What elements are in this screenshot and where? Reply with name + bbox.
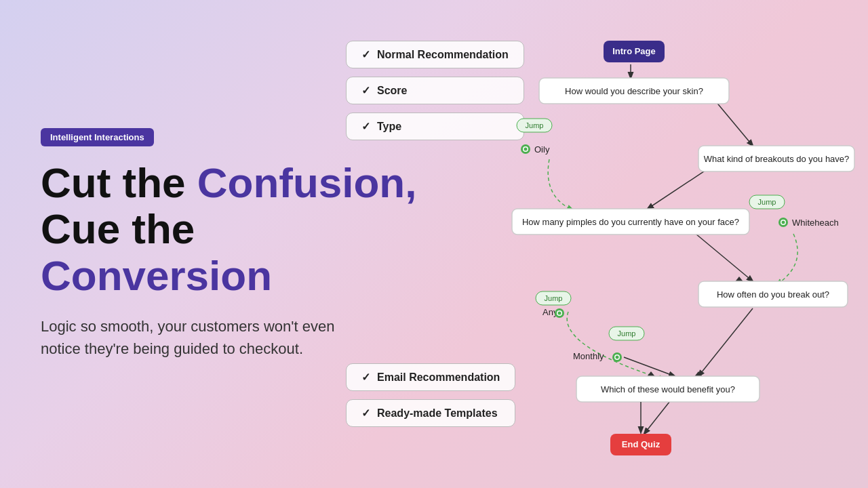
svg-point-24 [558,312,561,315]
monthly-label: Monthly [573,351,604,361]
check-icon: ✓ [361,48,370,61]
intro-page-node: Intro Page [612,46,656,56]
feature-label: Score [377,85,407,97]
q5-node: Which of these would benefit you? [601,384,735,394]
check-icon: ✓ [361,407,370,420]
svg-point-17 [782,221,785,224]
check-icon: ✓ [361,84,370,97]
jump2-tag: Jump [758,198,776,206]
oily-option: Oily [534,144,550,155]
q4-node: How often do you break out? [717,289,829,300]
flowchart: Intro Page How would you describe your s… [407,0,868,488]
jump3-tag: Jump [545,294,563,302]
heading-line2: Cue the Conversion [41,205,272,298]
badge: Intelligent Interactions [41,128,154,146]
main-heading: Cut the Confusion, Cue the Conversion [41,160,420,299]
heading-line1: Cut the Confusion, [41,159,416,206]
jump4-tag: Jump [618,329,636,338]
q2-node: What kind of breakouts do you have? [704,154,850,164]
svg-line-2 [648,166,712,209]
svg-point-28 [616,356,619,359]
q1-node: How would you describe your skin? [565,86,703,96]
svg-line-3 [692,230,753,281]
feature-label: Type [377,121,401,133]
svg-line-1 [712,97,753,146]
svg-point-12 [524,148,528,151]
end-quiz-node: End Quiz [622,439,660,449]
jump1-tag: Jump [526,121,544,129]
whiteheach-option: Whiteheach [792,218,839,228]
svg-line-5 [624,357,675,376]
svg-line-4 [698,308,753,376]
check-icon: ✓ [361,371,370,384]
subtext: Logic so smooth, your customers won't ev… [41,315,353,360]
q3-node: How many pimples do you currently have o… [522,217,739,227]
check-icon: ✓ [361,120,370,133]
